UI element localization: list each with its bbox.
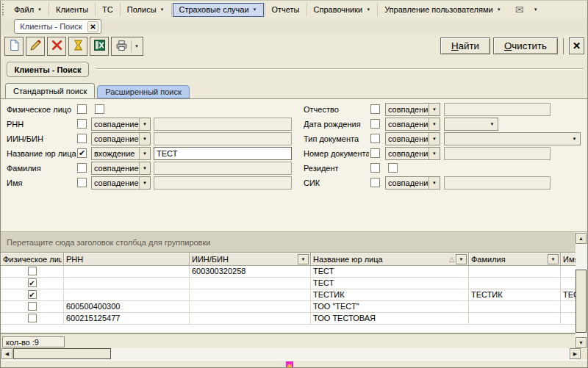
menu-item-2[interactable]: ТС (96, 3, 119, 17)
menu-item-1[interactable]: Клиенты (50, 3, 94, 17)
scroll-right-icon[interactable]: ▶ (570, 348, 581, 359)
grid-cell[interactable] (190, 289, 311, 301)
group-by-panel[interactable]: Перетащите сюда заголовок столбца для гр… (1, 232, 576, 253)
menu-item-0[interactable]: Файл▼ (8, 3, 48, 17)
grid-cell[interactable] (561, 313, 576, 325)
grid-cell[interactable] (64, 278, 190, 289)
row-checkbox[interactable] (28, 267, 37, 275)
column-header-3[interactable]: Название юр лица△▼ (311, 253, 469, 266)
column-header-0[interactable]: Физическое лицо (1, 253, 64, 266)
grid-cell[interactable]: ТОО ТЕСТОВАЯ (311, 313, 469, 325)
document-tab-strip: Клиенты - Поиск ✕ (1, 18, 587, 35)
grid-cell[interactable]: ТЕСТ (311, 266, 469, 278)
grid-cell[interactable]: 600300320258 (190, 266, 311, 278)
vertical-scroll-thumb[interactable] (576, 270, 587, 333)
row-checkbox[interactable] (28, 278, 37, 287)
field-enable-checkbox[interactable] (370, 134, 380, 143)
field-enable-checkbox[interactable] (370, 163, 380, 173)
grid-cell[interactable] (561, 301, 576, 313)
grid-cell[interactable]: ТОО "ТЕСТ" (311, 301, 469, 313)
menu-item-5[interactable]: Отчеты (266, 3, 306, 17)
grid-cell[interactable]: ТЕСТИК (311, 289, 469, 301)
table-row[interactable]: 600215125477ТОО ТЕСТОВАЯ (1, 313, 576, 325)
field-enable-checkbox[interactable] (370, 104, 380, 114)
horizontal-scrollbar[interactable]: ◀ ▶ (1, 348, 581, 360)
field-enable-checkbox[interactable] (370, 119, 380, 129)
column-header-5[interactable]: Имя (561, 253, 576, 266)
find-button[interactable]: Найти (440, 37, 490, 54)
grid-cell[interactable] (469, 313, 561, 325)
grid-cell[interactable] (469, 278, 561, 289)
envelope-icon[interactable]: ✉ (510, 3, 529, 17)
grid-cell[interactable] (561, 278, 576, 289)
field-value (445, 133, 569, 145)
grid-cell[interactable]: 600215125477 (64, 313, 190, 325)
hourglass-button[interactable] (68, 37, 87, 56)
grid-cell[interactable] (469, 266, 561, 278)
new-document-button[interactable] (4, 37, 24, 56)
column-header-label: РНН (66, 255, 187, 264)
search-tab-0[interactable]: Стандартный поиск (5, 83, 95, 98)
table-row[interactable]: 600300320258ТЕСТ (1, 266, 576, 278)
grid-cell[interactable]: ТЕСТ (561, 289, 576, 301)
scroll-up-icon[interactable]: ▲ (576, 233, 587, 244)
grid-cell[interactable] (64, 289, 190, 301)
filter-dropdown-icon[interactable]: ▼ (456, 254, 467, 264)
row-checkbox[interactable] (28, 290, 37, 299)
scroll-down-icon[interactable]: ▼ (576, 337, 587, 348)
delete-cross-icon (51, 39, 63, 54)
grid-cell[interactable]: 600500400300 (64, 301, 190, 313)
chevron-down-icon: ▼ (429, 104, 440, 115)
row-checkbox[interactable] (28, 302, 37, 311)
grid-cell[interactable] (561, 266, 576, 278)
column-header-1[interactable]: РНН (64, 253, 190, 266)
toolbar-icon-group: ▼ (4, 37, 143, 56)
mail-dropdown-arrow-icon[interactable]: ▼ (529, 7, 542, 12)
edit-pencil-button[interactable] (26, 37, 45, 56)
doc-tab-clients-search[interactable]: Клиенты - Поиск ✕ (14, 19, 101, 34)
print-dropdown-arrow-icon[interactable]: ▼ (131, 40, 139, 52)
group-by-hint: Перетащите сюда заголовок столбца для гр… (7, 238, 210, 247)
scroll-left-icon[interactable]: ◀ (1, 348, 12, 359)
column-header-label: Физическое лицо (3, 255, 62, 264)
grid-cell[interactable] (190, 278, 311, 289)
table-row[interactable]: 600500400300ТОО "ТЕСТ" (1, 301, 576, 313)
grid-checkbox-cell[interactable] (1, 301, 64, 313)
menu-item-7[interactable]: Управление пользователями▼ (379, 3, 507, 17)
table-row[interactable]: ТЕСТ (1, 278, 576, 289)
field-enable-checkbox[interactable] (370, 148, 380, 158)
menu-item-4[interactable]: Страховые случаи▼ (173, 3, 264, 17)
grid-cell[interactable] (469, 301, 561, 313)
grid-checkbox-cell[interactable] (1, 266, 64, 278)
grid-checkbox-cell[interactable] (1, 313, 64, 325)
horizontal-scroll-thumb[interactable] (13, 348, 111, 359)
menu-item-3[interactable]: Полисы▼ (121, 3, 171, 17)
grid-footer: кол-во :9 (1, 333, 576, 348)
field-enable-checkbox[interactable] (370, 178, 380, 187)
close-icon[interactable]: ✕ (87, 21, 98, 32)
grid-cell[interactable] (190, 313, 311, 325)
grid-checkbox-cell[interactable] (1, 289, 64, 301)
column-header-2[interactable]: ИИН/БИН▼ (190, 253, 311, 266)
grid-cell[interactable]: ТЕСТ (311, 278, 469, 289)
close-panel-button[interactable]: ✕ (569, 37, 584, 54)
toolbar-separator (563, 38, 564, 54)
clear-button[interactable]: Очистить (493, 37, 558, 54)
menu-divider (265, 3, 265, 16)
field-value-checkbox[interactable] (388, 163, 398, 173)
filter-dropdown-icon[interactable]: ▼ (548, 254, 559, 264)
menu-item-6[interactable]: Справочники▼ (308, 3, 377, 17)
grid-checkbox-cell[interactable] (1, 278, 64, 289)
row-checkbox[interactable] (28, 314, 37, 322)
vertical-scrollbar[interactable]: ▲ ▼ (576, 233, 587, 348)
excel-export-button[interactable] (90, 37, 109, 56)
print-button[interactable]: ▼ (111, 37, 143, 56)
table-row[interactable]: ТЕСТИКТЕСТИКТЕСТ (1, 289, 576, 301)
grid-cell[interactable] (190, 301, 311, 313)
filter-dropdown-icon[interactable]: ▼ (298, 254, 309, 264)
search-tab-1[interactable]: Расширенный поиск (97, 85, 190, 98)
column-header-4[interactable]: Фамилия▼ (469, 253, 561, 266)
grid-cell[interactable] (64, 266, 190, 278)
delete-cross-button[interactable] (47, 37, 66, 56)
grid-cell[interactable]: ТЕСТИК (469, 289, 561, 301)
